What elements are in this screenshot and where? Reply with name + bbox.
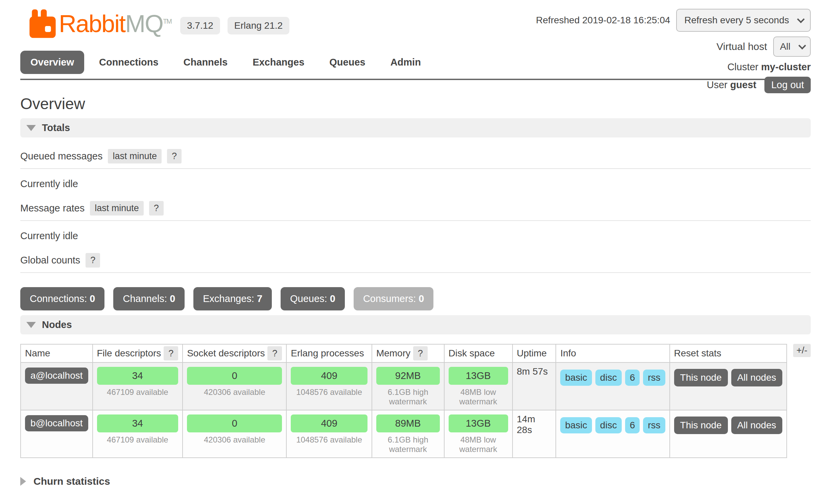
connections-count-value: 0 bbox=[90, 293, 95, 304]
queued-help-icon[interactable]: ? bbox=[167, 149, 182, 163]
tab-overview[interactable]: Overview bbox=[20, 51, 84, 74]
refresh-interval-select[interactable]: Refresh every 5 seconds bbox=[676, 9, 811, 32]
collapse-arrow-icon bbox=[26, 322, 36, 328]
memory-sub: 6.1GB high watermark bbox=[376, 435, 440, 454]
nodes-section-title: Nodes bbox=[42, 319, 72, 330]
col-header-label: Name bbox=[25, 348, 50, 358]
consumers-count-label: Consumers: bbox=[363, 293, 416, 304]
rates-help-icon[interactable]: ? bbox=[149, 201, 164, 216]
col-header-label: Socket descriptors bbox=[187, 348, 265, 358]
channels-count-label: Channels: bbox=[123, 293, 167, 304]
socket-descriptors-help-icon[interactable]: ? bbox=[267, 346, 282, 360]
queues-count-button[interactable]: Queues: 0 bbox=[281, 287, 345, 310]
version-badge: 3.7.12 bbox=[180, 17, 220, 34]
disk-space-sub: 48MB low watermark bbox=[449, 387, 508, 406]
reset-all-nodes-button[interactable]: All nodes bbox=[731, 369, 782, 386]
socket-descriptors-cell: 0 420306 available bbox=[183, 362, 286, 410]
column-toggle-button[interactable]: +/- bbox=[793, 344, 811, 357]
erlang-processes-sub: 1048576 available bbox=[291, 387, 367, 397]
file-descriptors-help-icon[interactable]: ? bbox=[164, 346, 178, 360]
file-descriptors-cell: 34 467109 available bbox=[93, 362, 183, 410]
col-header-label: Uptime bbox=[517, 348, 547, 358]
connections-count-label: Connections: bbox=[30, 293, 87, 304]
message-rates-row: Message rates last minute ? bbox=[20, 201, 811, 221]
refreshed-timestamp: Refreshed 2019-02-18 16:25:04 bbox=[536, 15, 670, 26]
page-title: Overview bbox=[20, 95, 811, 113]
node-row-a-localhost: a@localhost 34 467109 available 0 420306… bbox=[21, 362, 787, 410]
col-header-reset-stats: Reset stats bbox=[670, 344, 787, 362]
erlang-version-badge: Erlang 21.2 bbox=[228, 17, 289, 34]
reset-all-nodes-button[interactable]: All nodes bbox=[731, 417, 782, 434]
col-header-label: Erlang processes bbox=[291, 348, 364, 358]
tab-channels[interactable]: Channels bbox=[173, 51, 238, 74]
logout-button[interactable]: Log out bbox=[764, 77, 811, 93]
reset-this-node-button[interactable]: This node bbox=[674, 417, 728, 434]
queues-count-value: 0 bbox=[330, 293, 335, 304]
section-churn-statistics[interactable]: Churn statistics bbox=[20, 476, 811, 487]
virtual-host-label: Virtual host bbox=[716, 41, 767, 52]
disk-space-bar: 13GB bbox=[449, 414, 508, 432]
disk-space-cell: 13GB 48MB low watermark bbox=[444, 410, 513, 458]
logo-text: RabbitMQTM bbox=[59, 10, 171, 37]
exchanges-count-button[interactable]: Exchanges: 7 bbox=[193, 287, 272, 310]
erlang-processes-bar: 409 bbox=[291, 367, 367, 385]
totals-section-header[interactable]: Totals bbox=[20, 118, 811, 137]
channels-count-value: 0 bbox=[170, 293, 175, 304]
socket-descriptors-cell: 0 420306 available bbox=[183, 410, 286, 458]
channels-count-button[interactable]: Channels: 0 bbox=[113, 287, 185, 310]
file-descriptors-sub: 467109 available bbox=[97, 387, 179, 397]
info-badge-rss: rss bbox=[643, 370, 665, 386]
socket-descriptors-bar: 0 bbox=[187, 414, 282, 432]
col-header-info: Info bbox=[556, 344, 669, 362]
exchanges-count-label: Exchanges: bbox=[203, 293, 254, 304]
virtual-host-select[interactable]: All bbox=[773, 36, 811, 57]
col-header-label: Info bbox=[560, 348, 576, 358]
reset-this-node-button[interactable]: This node bbox=[674, 369, 728, 386]
erlang-processes-cell: 409 1048576 available bbox=[286, 410, 372, 458]
nodes-table-header-row: Name File descriptors ? Socket descripto… bbox=[21, 344, 787, 362]
global-help-icon[interactable]: ? bbox=[86, 253, 100, 268]
file-descriptors-sub: 467109 available bbox=[97, 435, 179, 445]
col-header-label: File descriptors bbox=[97, 348, 161, 358]
socket-descriptors-sub: 420306 available bbox=[187, 387, 282, 397]
file-descriptors-bar: 34 bbox=[97, 414, 179, 432]
col-header-erlang-processes: Erlang processes bbox=[286, 344, 372, 362]
tab-exchanges[interactable]: Exchanges bbox=[242, 51, 314, 74]
rabbitmq-logo[interactable]: RabbitMQTM bbox=[28, 9, 171, 39]
nodes-table: Name File descriptors ? Socket descripto… bbox=[20, 344, 787, 458]
consumers-count-button[interactable]: Consumers: 0 bbox=[354, 287, 434, 310]
node-name-badge[interactable]: b@localhost bbox=[25, 415, 88, 431]
memory-bar: 92MB bbox=[376, 367, 440, 385]
memory-cell: 89MB 6.1GB high watermark bbox=[372, 410, 444, 458]
memory-cell: 92MB 6.1GB high watermark bbox=[372, 362, 444, 410]
col-header-name: Name bbox=[21, 344, 93, 362]
queued-period-badge[interactable]: last minute bbox=[108, 149, 162, 163]
uptime-cell: 8m 57s bbox=[513, 362, 556, 410]
node-name-badge[interactable]: a@localhost bbox=[25, 368, 88, 384]
info-cell: basic disc 6 rss bbox=[556, 362, 669, 410]
tab-admin[interactable]: Admin bbox=[380, 51, 431, 74]
col-header-label: Disk space bbox=[449, 348, 495, 358]
user-name: guest bbox=[730, 79, 756, 90]
cluster-line: Cluster my-cluster bbox=[536, 61, 811, 73]
socket-descriptors-bar: 0 bbox=[187, 367, 282, 385]
expand-arrow-icon bbox=[20, 477, 26, 486]
user-line: User guest Log out bbox=[536, 77, 811, 93]
connections-count-button[interactable]: Connections: 0 bbox=[20, 287, 104, 310]
memory-help-icon[interactable]: ? bbox=[413, 346, 428, 360]
col-header-uptime: Uptime bbox=[513, 344, 556, 362]
uptime-cell: 14m 28s bbox=[513, 410, 556, 458]
tab-queues[interactable]: Queues bbox=[319, 51, 375, 74]
rates-idle-text: Currently idle bbox=[20, 230, 811, 242]
rates-period-badge[interactable]: last minute bbox=[90, 201, 144, 216]
collapse-arrow-icon bbox=[26, 125, 36, 131]
reset-stats-cell: This node All nodes bbox=[670, 410, 787, 458]
file-descriptors-cell: 34 467109 available bbox=[93, 410, 183, 458]
tab-connections[interactable]: Connections bbox=[89, 51, 169, 74]
nodes-section-header[interactable]: Nodes bbox=[20, 315, 811, 334]
socket-descriptors-sub: 420306 available bbox=[187, 435, 282, 445]
trademark-symbol: TM bbox=[163, 18, 171, 25]
memory-bar: 89MB bbox=[376, 414, 440, 432]
info-badge-rss: rss bbox=[643, 417, 665, 433]
col-header-memory: Memory ? bbox=[372, 344, 444, 362]
